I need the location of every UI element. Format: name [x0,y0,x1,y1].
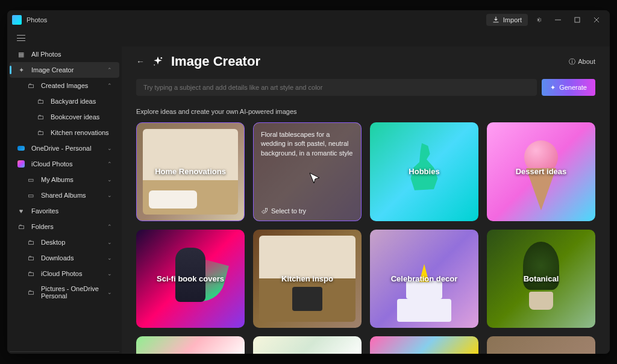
nav-label: Kitchen renovations [51,129,109,136]
settings-button[interactable] [530,11,547,28]
import-button[interactable]: Import [486,14,528,26]
maximize-button[interactable] [569,11,586,28]
folder-icon: 🗀 [27,269,35,278]
nav-label: Bookcover ideas [51,113,99,121]
nav-icloud[interactable]: iCloud Photos ⌃ [10,156,119,172]
cursor-icon: ⮰ [261,207,268,215]
import-label: Import [503,16,522,24]
photos-icon: ▦ [17,50,25,58]
nav-downloads[interactable]: 🗀 Downloads ⌄ [10,250,119,266]
chevron-up-icon: ⌃ [107,83,112,89]
back-button[interactable]: ← [136,57,145,66]
folder-icon: 🗀 [27,81,35,90]
minimize-button[interactable] [550,11,566,28]
app-window: Photos Import ▦ All Photos ✦ Ima [7,10,610,354]
card-partial[interactable] [487,336,595,354]
nav-onedrive[interactable]: OneDrive - Personal ⌄ [10,140,119,156]
chevron-down-icon: ⌄ [107,271,112,277]
nav-backyard[interactable]: 🗀 Backyard ideas [10,93,119,109]
card-partial[interactable] [253,336,362,354]
nav-image-creator[interactable]: ✦ Image Creator ⌃ [10,62,119,78]
svg-point-2 [154,64,155,66]
about-label: About [578,58,595,65]
card-title: Home Renovations [149,167,232,176]
onedrive-icon [17,144,25,152]
hamburger-button[interactable] [17,35,25,41]
nav-kitchen-renov[interactable]: 🗀 Kitchen renovations [10,125,119,140]
folder-icon: 🗀 [27,288,35,297]
svg-rect-0 [575,17,580,22]
chevron-down-icon: ⌄ [107,239,112,245]
folder-icon: 🗀 [36,97,45,105]
nav-folders[interactable]: 🗀 Folders ⌃ [10,219,119,234]
nav-favorites[interactable]: ♥ Favorites [10,203,119,219]
folder-icon: 🗀 [27,238,35,246]
card-hobbies[interactable]: Hobbies [370,122,478,221]
album-icon: ▭ [27,191,35,199]
folder-icon: 🗀 [27,254,35,262]
nav-bookcover[interactable]: 🗀 Bookcover ideas [10,109,119,125]
explore-label: Explore ideas and create your own AI-pow… [136,108,595,115]
folder-icon: 🗀 [36,113,45,121]
sidebar: ▦ All Photos ✦ Image Creator ⌃ 🗀 Created… [7,46,122,354]
nav-desktop[interactable]: 🗀 Desktop ⌄ [10,234,119,250]
nav-all-photos[interactable]: ▦ All Photos [10,46,119,62]
chevron-down-icon: ⌄ [107,255,112,261]
card-dessert-ideas[interactable]: Dessert ideas [487,122,595,221]
nav-label: Pictures - OneDrive Personal [41,285,101,300]
chevron-down-icon: ⌄ [107,192,112,198]
prompt-input[interactable] [136,79,537,96]
chevron-up-icon: ⌃ [107,67,112,73]
card-floral-tablescapes[interactable]: Floral tablescapes for a wedding in soft… [253,122,362,221]
nav-created-images[interactable]: 🗀 Created Images ⌃ [10,78,119,93]
folder-icon: 🗀 [17,222,25,231]
nav-icloud-folder[interactable]: 🗀 iCloud Photos ⌄ [10,266,119,281]
nav-label: All Photos [31,51,61,58]
main-content: ← Image Creator ⓘ About ✦ Generate [122,46,610,354]
card-scifi-book-covers[interactable]: Sci-fi book covers [136,230,245,328]
nav-label: Image Creator [31,66,74,74]
card-celebration-decor[interactable]: Celebration decor [370,230,478,328]
nav-label: OneDrive - Personal [31,145,92,152]
nav-my-albums[interactable]: ▭ My Albums ⌄ [10,172,119,187]
chevron-up-icon: ⌃ [107,161,112,167]
card-prompt: Floral tablescapes for a wedding in soft… [261,130,354,158]
icloud-icon [17,160,25,168]
nav-label: Shared Albums [41,192,86,199]
nav-label: Folders [31,223,54,230]
album-icon: ▭ [27,175,35,184]
nav-label: Downloads [41,254,74,262]
card-home-renovations[interactable]: Home Renovations [136,122,245,221]
maximize-icon [574,17,580,23]
card-title: Kitchen inspo [275,274,339,283]
nav-label: iCloud Photos [41,270,83,277]
chevron-down-icon: ⌄ [107,145,112,151]
card-partial[interactable] [136,336,245,354]
generate-button[interactable]: ✦ Generate [542,79,595,96]
card-title: Hobbies [402,167,445,176]
titlebar: Photos Import [7,10,610,30]
close-icon [594,17,600,23]
card-kitchen-inspo[interactable]: Kitchen inspo [253,230,362,328]
select-to-try[interactable]: ⮰ Select to try [261,207,306,215]
folder-icon: 🗀 [36,128,45,137]
card-botanical[interactable]: Botanical [487,230,595,328]
close-button[interactable] [588,11,605,28]
about-link[interactable]: ⓘ About [569,57,595,66]
chevron-up-icon: ⌃ [107,224,112,230]
sparkle-icon [152,55,164,67]
idea-grid: Home Renovations Floral tablescapes for … [136,122,595,354]
nav-label: Favorites [31,207,58,215]
card-title: Dessert ideas [510,167,573,176]
sparkle-icon: ✦ [17,66,25,74]
card-partial[interactable] [370,336,478,354]
sparkle-icon: ✦ [550,84,556,92]
heart-icon: ♥ [17,207,25,215]
page-title: Image Creator [171,54,260,69]
storage-section: ☁ Microsoft Storage ⌄ 2.2 GB used of 5 G… [10,351,119,354]
chevron-down-icon: ⌄ [107,177,112,183]
nav-pictures-onedrive[interactable]: 🗀 Pictures - OneDrive Personal ⌄ [10,281,119,303]
chevron-down-icon: ⌄ [107,289,112,295]
nav-shared-albums[interactable]: ▭ Shared Albums ⌄ [10,187,119,203]
nav-label: Desktop [41,239,65,246]
